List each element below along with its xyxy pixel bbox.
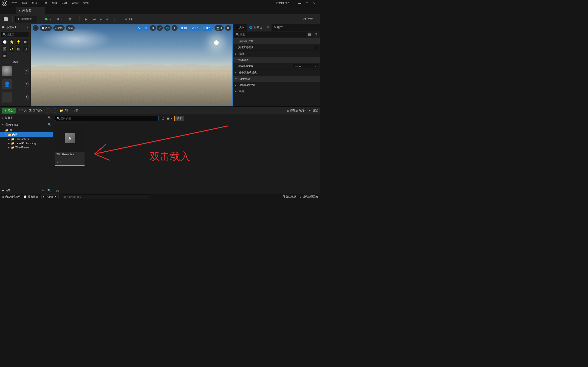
geometry-icon[interactable]: ◧	[16, 46, 21, 52]
cinematic-icon[interactable]: 🎬	[2, 46, 7, 52]
nav-back-button[interactable]: ←	[46, 108, 51, 113]
perspective-button[interactable]: ⬢透视	[40, 25, 52, 31]
scale-tool[interactable]: ⤢	[157, 25, 163, 31]
menu-tools[interactable]: 工具	[40, 0, 50, 6]
select-tool[interactable]: ↖	[136, 25, 142, 31]
cinematics-button[interactable]: 🎬	[66, 16, 77, 23]
derived-data-button[interactable]: 🗄派生数据	[283, 195, 296, 198]
tab-outliner[interactable]: ☰大纲	[233, 24, 247, 31]
output-log-button[interactable]: 📋输出日志	[24, 195, 38, 198]
content-search-input[interactable]	[55, 116, 158, 121]
grid-view-button[interactable]: ▦	[307, 32, 312, 37]
tab-world-settings[interactable]: 🌐世界场...✕	[247, 24, 271, 31]
prop-selected-game-mode[interactable]: ▶选中的游戏模式	[233, 69, 320, 76]
add-content-button[interactable]: ⬢₊	[43, 16, 53, 23]
shapes-icon[interactable]: ⬢	[23, 39, 28, 45]
project-section[interactable]: ▼ 我的项目2 🔍	[0, 121, 53, 128]
tab-details[interactable]: ✎细节	[271, 24, 285, 31]
search-icon[interactable]: 🔍	[48, 116, 51, 119]
details-search-input[interactable]	[234, 32, 305, 37]
actor-sphere[interactable]: ?	[0, 65, 31, 78]
skip-button[interactable]: ⏭	[92, 16, 97, 23]
surface-snap-button[interactable]: ⊕	[172, 25, 178, 31]
all-classes-icon[interactable]: ▦	[2, 53, 7, 58]
cb-settings-button[interactable]: ⚙设置	[309, 109, 318, 113]
filter-chip-level[interactable]: 关卡	[174, 116, 184, 121]
console-input[interactable]	[62, 194, 149, 199]
menu-file[interactable]: 文件	[9, 0, 19, 6]
content-drawer-button[interactable]: ▥内容侧滑菜单	[2, 195, 20, 198]
show-button[interactable]: 显示	[66, 25, 75, 31]
ue-logo[interactable]	[1, 0, 8, 6]
basic-icon[interactable]: ⭐	[9, 39, 14, 45]
translate-tool[interactable]: ✥	[143, 25, 149, 31]
breadcrumb-content[interactable]: 内容	[73, 109, 78, 113]
menu-actor[interactable]: Actor	[70, 1, 81, 6]
minimize-button[interactable]: ―	[298, 2, 301, 5]
close-icon[interactable]: ✕	[27, 26, 29, 29]
rotate-tool[interactable]: ⟲	[150, 25, 156, 31]
select-mode-button[interactable]: ✥ 选择模式	[15, 16, 37, 23]
help-icon[interactable]: ?	[24, 95, 29, 100]
dock-button[interactable]: ▥停靠在布局中	[287, 109, 307, 113]
nav-forward-button[interactable]: →	[53, 108, 57, 113]
camera-speed-button[interactable]: 📷4	[215, 25, 224, 31]
viewport-layout-button[interactable]: ▦	[225, 25, 231, 31]
search-icon[interactable]: 🔍	[48, 123, 51, 126]
eject-button[interactable]: ⏏	[105, 16, 110, 23]
scale-snap-button[interactable]: ⤢0.25	[201, 25, 213, 31]
section-game-mode[interactable]: ▼游戏模式	[233, 57, 320, 63]
close-icon[interactable]: ✕	[267, 26, 269, 29]
menu-window[interactable]: 窗口	[29, 0, 40, 6]
import-button[interactable]: ⬇导入	[18, 109, 27, 113]
play-button[interactable]: ▶	[82, 16, 90, 23]
save-all-button[interactable]: 🖫保存所有	[29, 109, 44, 113]
tree-thirdperson[interactable]: ▶📁ThirdPerson	[0, 145, 53, 150]
play-options-button[interactable]: ⋮	[112, 16, 117, 23]
add-button[interactable]: ＋添加	[2, 108, 16, 114]
save-filter-button[interactable]: 🖫	[160, 116, 165, 121]
tree-characters[interactable]: ▶📁Characters	[0, 137, 53, 141]
section-precomputed-vis[interactable]: ▼预计算可视性	[233, 38, 320, 44]
volumes-icon[interactable]: ▢	[23, 46, 28, 52]
angle-snap-button[interactable]: ◿10°	[190, 25, 200, 31]
fx-icon[interactable]: ✨	[9, 46, 14, 52]
menu-help[interactable]: 帮助	[81, 0, 91, 6]
prop-lightmass-settings[interactable]: ▶Lightmass设置	[233, 82, 320, 88]
breadcrumb-all[interactable]: All	[65, 109, 68, 112]
favorites-section[interactable]: ▶ 收藏夹 🔍	[0, 115, 53, 121]
actor-pawn[interactable]: ♟ ?	[0, 91, 31, 104]
lighting-button[interactable]: ●光照	[53, 25, 65, 31]
collections-section[interactable]: ▶ 合集 ⊕ 🔍	[0, 187, 53, 194]
lights-icon[interactable]: 💡	[16, 39, 21, 45]
close-button[interactable]: ✕	[313, 2, 316, 5]
asset-thirdpersonmap[interactable]: ▲ ThirdPersonMap 关卡	[55, 124, 85, 166]
tree-all[interactable]: ▼📁All	[0, 128, 53, 132]
viewport-menu-button[interactable]: ☰	[33, 25, 39, 31]
place-actors-tab[interactable]: ⬢₊ 放置Actor ✕	[0, 24, 31, 31]
search-icon[interactable]: 🔍	[47, 189, 51, 192]
asset-grid[interactable]: ▲ ThirdPersonMap 关卡 双击载入	[53, 122, 320, 188]
maximize-button[interactable]: □	[305, 2, 309, 5]
world-local-toggle[interactable]: 🌐	[164, 25, 170, 31]
viewport[interactable]: ☰ ⬢透视 ●光照 显示 ↖ ✥ ⟲ ⤢ 🌐 ⊕ ▦10 ◿10° ⤢0.25 …	[31, 24, 233, 106]
save-button[interactable]	[2, 16, 10, 23]
menu-select[interactable]: 选择	[60, 0, 70, 6]
tree-content[interactable]: ▼📁内容	[0, 132, 53, 137]
settings-gear-button[interactable]: ⚙	[313, 32, 318, 37]
filter-button[interactable]: ☰▼	[167, 116, 172, 121]
source-control-button[interactable]: ⊘源码管理关闭	[300, 195, 318, 198]
game-mode-override-dropdown[interactable]: None	[293, 64, 318, 68]
blueprint-button[interactable]: ⚙	[55, 16, 65, 23]
actor-character[interactable]: 👤 ?	[0, 78, 31, 91]
platform-button[interactable]: 🖥 平台	[123, 16, 139, 23]
prop-advanced[interactable]: ▶高级	[233, 50, 320, 57]
add-collection-button[interactable]: ⊕	[41, 189, 45, 192]
recent-icon[interactable]: 🕘	[2, 39, 7, 45]
stop-button[interactable]: ■	[99, 16, 103, 23]
menu-build[interactable]: 构建	[50, 0, 60, 6]
menu-edit[interactable]: 编辑	[19, 0, 29, 6]
help-icon[interactable]: ?	[24, 82, 29, 87]
cmd-type-button[interactable]: ▸_Cmd▼	[41, 194, 59, 199]
settings-button[interactable]: ⚙ 设置	[301, 16, 318, 23]
